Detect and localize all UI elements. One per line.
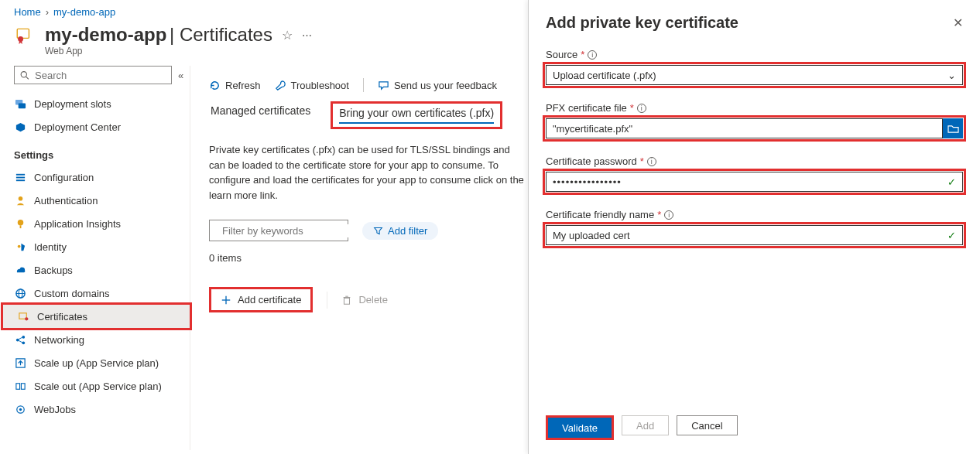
info-icon[interactable]: i bbox=[647, 157, 656, 166]
folder-icon bbox=[947, 124, 959, 134]
filter-keywords-input[interactable] bbox=[221, 224, 354, 237]
info-icon[interactable]: i bbox=[588, 50, 597, 60]
sidebar-item-networking[interactable]: Networking bbox=[0, 328, 190, 351]
sidebar-item-webjobs[interactable]: WebJobs bbox=[0, 398, 190, 421]
friendly-name-value: My uploaded cert bbox=[553, 230, 630, 241]
feedback-button[interactable]: Send us your feedback bbox=[378, 80, 497, 91]
pfx-file-value: "mycertificate.pfx" bbox=[553, 123, 632, 135]
page-title-section: Certificates bbox=[180, 24, 272, 45]
svg-rect-24 bbox=[15, 383, 19, 389]
webjobs-icon bbox=[14, 403, 26, 415]
domains-icon bbox=[14, 287, 26, 299]
sidebar-item-scale-out[interactable]: Scale out (App Service plan) bbox=[0, 374, 190, 398]
refresh-button[interactable]: Refresh bbox=[209, 80, 261, 91]
networking-icon bbox=[14, 333, 26, 346]
tab-bring-your-own-certificates[interactable]: Bring your own certificates (.pfx) bbox=[339, 107, 494, 124]
password-label: Certificate password * i bbox=[546, 155, 963, 167]
tab-managed-certificates[interactable]: Managed certificates bbox=[209, 101, 312, 127]
add-certificate-panel: Add private key certificate ✕ Source * i… bbox=[528, 0, 980, 454]
svg-point-12 bbox=[17, 244, 20, 247]
insights-icon bbox=[14, 217, 26, 230]
add-certificate-label: Add certificate bbox=[238, 294, 301, 306]
highlight-byoc-tab: Bring your own certificates (.pfx) bbox=[331, 101, 502, 129]
refresh-icon bbox=[209, 80, 221, 91]
sidebar-item-backups[interactable]: Backups bbox=[0, 258, 190, 282]
sidebar-item-application-insights[interactable]: Application Insights bbox=[0, 212, 190, 235]
troubleshoot-label: Troubleshoot bbox=[291, 80, 349, 91]
filter-icon bbox=[373, 226, 383, 236]
sidebar-item-custom-domains[interactable]: Custom domains bbox=[0, 282, 190, 305]
sidebar: « Deployment slots Deployment Center Set… bbox=[0, 66, 190, 450]
plus-icon bbox=[221, 295, 231, 306]
sidebar-heading-settings: Settings bbox=[0, 138, 190, 166]
sidebar-item-label: Scale out (App Service plan) bbox=[34, 381, 162, 392]
svg-rect-32 bbox=[344, 298, 350, 304]
info-icon[interactable]: i bbox=[637, 104, 646, 113]
certificate-resource-icon bbox=[14, 24, 36, 46]
favorite-star-icon[interactable]: ☆ bbox=[282, 28, 293, 43]
sidebar-item-label: Identity bbox=[34, 241, 67, 253]
sidebar-item-label: Certificates bbox=[37, 311, 87, 323]
validate-button[interactable]: Validate bbox=[548, 418, 612, 438]
certificates-icon bbox=[17, 310, 29, 323]
breadcrumb-app[interactable]: my-demo-app bbox=[53, 6, 115, 18]
sidebar-item-label: Configuration bbox=[34, 172, 94, 183]
delete-label: Delete bbox=[358, 294, 388, 306]
svg-point-19 bbox=[22, 335, 25, 338]
sidebar-item-label: Backups bbox=[34, 265, 73, 276]
sidebar-search[interactable] bbox=[14, 66, 172, 84]
sidebar-item-label: Networking bbox=[34, 334, 84, 346]
configuration-icon bbox=[14, 171, 26, 183]
required-asterisk: * bbox=[657, 209, 661, 220]
check-icon: ✓ bbox=[947, 230, 956, 241]
slots-icon bbox=[14, 97, 26, 110]
breadcrumb-home[interactable]: Home bbox=[14, 6, 41, 18]
sidebar-item-deployment-center[interactable]: Deployment Center bbox=[0, 115, 190, 138]
add-certificate-button[interactable]: Add certificate bbox=[211, 289, 310, 310]
password-input[interactable]: •••••••••••••••• ✓ bbox=[546, 172, 963, 192]
sidebar-item-label: Deployment Center bbox=[34, 121, 121, 133]
delete-button: Delete bbox=[341, 294, 388, 306]
feedback-label: Send us your feedback bbox=[394, 80, 497, 91]
refresh-label: Refresh bbox=[225, 80, 261, 91]
panel-footer: Validate Add Cancel bbox=[529, 409, 980, 454]
sidebar-item-identity[interactable]: Identity bbox=[0, 235, 190, 258]
close-panel-button[interactable]: ✕ bbox=[953, 15, 963, 30]
sidebar-item-scale-up[interactable]: Scale up (App Service plan) bbox=[0, 351, 190, 374]
scale-out-icon bbox=[14, 380, 26, 392]
sidebar-item-label: Deployment slots bbox=[34, 98, 111, 110]
trash-icon bbox=[341, 295, 352, 306]
check-icon: ✓ bbox=[947, 176, 956, 188]
filter-keywords[interactable] bbox=[209, 220, 348, 241]
friendly-name-input[interactable]: My uploaded cert ✓ bbox=[546, 225, 963, 245]
info-icon[interactable]: i bbox=[664, 210, 673, 220]
separator bbox=[363, 78, 364, 92]
pfx-file-label: PFX certificate file * i bbox=[546, 102, 963, 114]
svg-rect-11 bbox=[19, 225, 21, 228]
add-filter-button[interactable]: Add filter bbox=[362, 222, 438, 240]
svg-point-17 bbox=[25, 317, 28, 320]
svg-point-20 bbox=[22, 341, 25, 344]
sidebar-item-configuration[interactable]: Configuration bbox=[0, 166, 190, 189]
cancel-button[interactable]: Cancel bbox=[677, 415, 737, 435]
sidebar-search-input[interactable] bbox=[30, 69, 166, 82]
collapse-sidebar-icon[interactable]: « bbox=[178, 70, 183, 81]
sidebar-item-authentication[interactable]: Authentication bbox=[0, 189, 190, 212]
troubleshoot-button[interactable]: Troubleshoot bbox=[275, 80, 349, 91]
required-asterisk: * bbox=[630, 102, 634, 114]
required-asterisk: * bbox=[640, 155, 644, 167]
separator bbox=[327, 292, 327, 309]
page-title: my-demo-app | Certificates bbox=[45, 24, 272, 46]
sidebar-item-certificates[interactable]: Certificates bbox=[3, 305, 190, 328]
svg-rect-0 bbox=[17, 29, 29, 38]
pfx-file-input[interactable]: "mycertificate.pfx" bbox=[546, 118, 943, 138]
svg-rect-5 bbox=[18, 103, 25, 108]
browse-file-button[interactable] bbox=[943, 118, 963, 138]
sidebar-item-deployment-slots[interactable]: Deployment slots bbox=[0, 92, 190, 115]
add-filter-label: Add filter bbox=[388, 225, 427, 237]
more-ellipsis-icon[interactable]: ⋯ bbox=[302, 29, 312, 41]
source-select[interactable]: Upload certificate (.pfx) ⌄ bbox=[546, 65, 963, 85]
sidebar-item-label: Scale up (App Service plan) bbox=[34, 357, 159, 369]
sidebar-item-label: Application Insights bbox=[34, 218, 121, 230]
svg-line-3 bbox=[26, 77, 29, 79]
